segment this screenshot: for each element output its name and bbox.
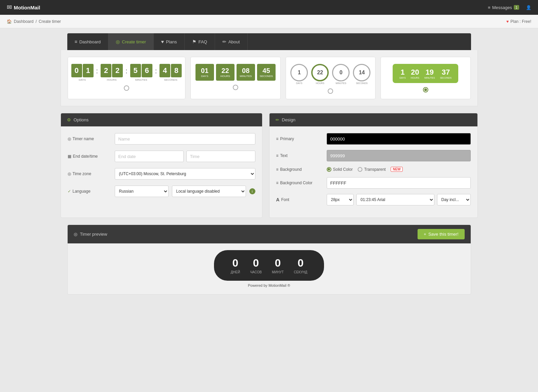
app-title: MotionMail bbox=[14, 5, 40, 10]
app-logo[interactable]: ✉ MotionMail bbox=[7, 4, 40, 11]
circle-unit-seconds: 14 SECONDS bbox=[353, 64, 370, 84]
end-date-input[interactable] bbox=[115, 151, 184, 162]
about-nav-icon: ✏ bbox=[222, 39, 226, 44]
digit-2a: 2 bbox=[101, 64, 111, 77]
timer-style-1[interactable]: 0 1 DAYS : 2 2 HOURS : bbox=[68, 57, 186, 99]
circle-hours-label: HOURS bbox=[316, 82, 324, 84]
top-navigation: ✉ MotionMail ≡ Messages 1 👤 bbox=[0, 0, 538, 15]
style-radio-3[interactable] bbox=[328, 88, 333, 94]
background-color-label: ≡ Background Color bbox=[276, 181, 323, 185]
timer-preview-icon: ◎ bbox=[74, 232, 77, 237]
timer-style-4[interactable]: 1 DAYS 20 HOURS 19 MINUTES 37 SECONDS bbox=[381, 57, 470, 99]
powered-by: Powered by MotionMail ® bbox=[248, 283, 290, 287]
solid-color-radio-circle bbox=[327, 167, 331, 172]
style-radio-1[interactable] bbox=[124, 85, 129, 91]
messages-button[interactable]: ≡ Messages 1 bbox=[488, 5, 519, 10]
nav-label-plans: Plans bbox=[166, 39, 177, 44]
plans-nav-icon: ♥ bbox=[161, 39, 164, 44]
font-size-select[interactable]: 28px bbox=[327, 194, 354, 205]
style-radio-2[interactable] bbox=[233, 85, 238, 90]
text-menu-icon: ≡ bbox=[276, 153, 279, 158]
top-nav-right: ≡ Messages 1 👤 bbox=[488, 5, 531, 10]
end-time-input[interactable] bbox=[186, 151, 255, 162]
preview-minutes: 0 МИНУТ bbox=[272, 257, 284, 274]
background-label: ≡ Background bbox=[276, 167, 323, 172]
digit-6: 6 bbox=[142, 64, 152, 77]
timer-unit-seconds-1: 4 8 SECONDS bbox=[159, 64, 182, 81]
options-gear-icon: ⚙ bbox=[67, 117, 71, 122]
solid-days-label: DAYS bbox=[399, 77, 406, 79]
text-color-row: ≡ Text bbox=[276, 150, 471, 161]
background-color-input[interactable] bbox=[327, 177, 471, 189]
circle-hours-num: 22 bbox=[317, 70, 323, 76]
save-timer-button[interactable]: + Save this timer! bbox=[418, 229, 464, 239]
timezone-row: ◎ Time zone (UTC+03:00) Moscow, St. Pete… bbox=[68, 168, 255, 180]
timer-unit-days-1: 0 1 DAYS bbox=[71, 64, 94, 81]
text-color-input[interactable] bbox=[327, 150, 471, 161]
nav-item-plans[interactable]: ♥ Plans bbox=[154, 33, 185, 50]
font-style-select[interactable]: 01:23:45 Arial bbox=[356, 194, 434, 205]
flat-days-num: 01 bbox=[201, 67, 208, 75]
minutes-label-1: MINUTES bbox=[135, 78, 147, 81]
timer-preview-header: ◎ Timer preview + Save this timer! bbox=[68, 225, 471, 243]
preview-timer: 0 ДНЕЙ 0 ЧАСОВ 0 МИНУТ 0 СЕКУНД bbox=[214, 250, 324, 281]
timer-preview-header-left: ◎ Timer preview bbox=[74, 232, 107, 237]
timer-style-3[interactable]: 1 DAYS 22 HOURS 0 MINUTES bbox=[286, 57, 375, 99]
primary-color-input[interactable] bbox=[327, 133, 471, 145]
preview-seconds: 0 СЕКУНД bbox=[294, 257, 307, 274]
design-panel: ✏ Design ≡ Primary ≡ Text bbox=[269, 113, 478, 218]
circle-days-label: DAYS bbox=[296, 82, 302, 84]
circle-unit-hours: 22 HOURS bbox=[311, 64, 329, 84]
font-icon: A bbox=[276, 197, 280, 202]
flat-hours-num: 22 bbox=[221, 67, 229, 75]
circle-unit-days: 1 DAYS bbox=[290, 64, 308, 84]
flat-unit-hours: 22 HOURS bbox=[216, 64, 235, 81]
font-row: A Font 28px 01:23:45 Arial Day incl... bbox=[276, 194, 471, 205]
colon-2: : bbox=[125, 67, 128, 75]
font-label: A Font bbox=[276, 197, 323, 202]
digit-1: 1 bbox=[83, 64, 94, 77]
breadcrumb-dashboard[interactable]: Dashboard bbox=[14, 19, 34, 24]
font-format-select[interactable]: Day incl... bbox=[437, 194, 471, 205]
breadcrumb-current: Create timer bbox=[39, 19, 61, 24]
breadcrumb-bar: 🏠 Dashboard / Create timer ♥ Plan : Free… bbox=[0, 15, 538, 28]
transparent-radio-circle bbox=[358, 167, 362, 172]
solid-unit-minutes: 19 MINUTES bbox=[424, 68, 435, 79]
circle-minutes-num: 0 bbox=[339, 70, 343, 76]
solid-seconds-label: SECONDS bbox=[440, 77, 452, 79]
solid-color-radio[interactable]: Solid Color bbox=[327, 167, 353, 172]
timezone-label: ◎ Time zone bbox=[68, 171, 111, 176]
end-datetime-row: ▦ End date/time bbox=[68, 151, 255, 162]
transparent-radio[interactable]: Transparent bbox=[358, 167, 386, 172]
solid-color-label: Solid Color bbox=[333, 167, 353, 172]
timezone-select[interactable]: (UTC+03:00) Moscow, St. Petersburg bbox=[115, 168, 255, 180]
nav-item-dashboard[interactable]: ≡ Dashboard bbox=[67, 33, 109, 50]
timer-display-style3: 1 DAYS 22 HOURS 0 MINUTES bbox=[290, 64, 370, 84]
timer-preview-body: 0 ДНЕЙ 0 ЧАСОВ 0 МИНУТ 0 СЕКУНД bbox=[68, 243, 471, 294]
timer-preview-section: ◎ Timer preview + Save this timer! 0 ДНЕ… bbox=[67, 225, 471, 295]
timer-name-input[interactable] bbox=[115, 133, 255, 145]
style-radio-4[interactable] bbox=[423, 87, 428, 92]
preview-days-num: 0 bbox=[232, 257, 239, 269]
flat-minutes-label: MINUTES bbox=[240, 75, 252, 78]
flat-unit-days: 01 DAYS bbox=[195, 64, 214, 81]
nav-item-about[interactable]: ✏ About bbox=[215, 33, 248, 50]
nav-item-faq[interactable]: ⚑ FAQ bbox=[185, 33, 215, 50]
local-language-select[interactable]: Local language disabled bbox=[172, 186, 246, 197]
timer-style-2[interactable]: 01 DAYS 22 HOURS 08 MINUTES 45 SECONDS bbox=[190, 57, 280, 99]
days-label-1: DAYS bbox=[79, 78, 86, 81]
digit-5: 5 bbox=[130, 64, 141, 77]
circle-days-num: 1 bbox=[298, 70, 301, 76]
nav-item-create-timer[interactable]: ◎ Create timer bbox=[108, 33, 154, 50]
timer-name-row: ◎ Timer name bbox=[68, 133, 255, 145]
seconds-label-1: SECONDS bbox=[164, 78, 177, 81]
flat-days-label: DAYS bbox=[201, 75, 208, 78]
save-plus-icon: + bbox=[424, 232, 426, 237]
language-label: ✓ Language bbox=[68, 189, 111, 194]
messages-badge: 1 bbox=[514, 5, 519, 10]
language-select[interactable]: Russian bbox=[115, 186, 169, 197]
breadcrumb: 🏠 Dashboard / Create timer bbox=[7, 19, 61, 24]
user-icon[interactable]: 👤 bbox=[526, 5, 531, 10]
options-panel-header: ⚙ Options bbox=[61, 113, 262, 126]
info-icon[interactable]: i bbox=[249, 188, 255, 194]
